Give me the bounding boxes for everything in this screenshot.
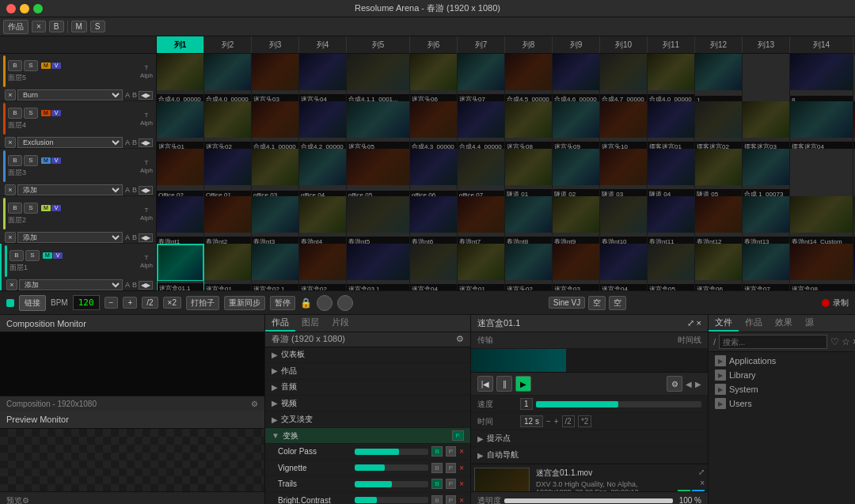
clip-4-5[interactable]: 迷宫盒04 <box>410 244 458 290</box>
clip-1-4[interactable]: 迷宫头05 <box>347 101 410 152</box>
col-header-8[interactable]: 列8 <box>505 36 553 53</box>
clip-3-4[interactable]: 春游nt5 <box>347 196 410 247</box>
layer-mute-0[interactable]: B <box>8 60 22 71</box>
brightcontrast-remove[interactable]: × <box>459 496 464 504</box>
empty-slot-1[interactable]: 空 <box>588 296 606 310</box>
clip-0-8[interactable]: 合成4.6_00000 <box>553 54 600 104</box>
layer-nav-2[interactable]: ◀▶ <box>139 186 153 195</box>
clip-3-1[interactable]: 春游nt2 <box>204 196 252 247</box>
play-btn[interactable]: ▶ <box>515 376 531 392</box>
colorpass-p[interactable]: P <box>446 446 456 457</box>
section-audio[interactable]: ▶ 音频 <box>265 380 470 396</box>
clip-0-4[interactable]: 合成4.1.1_0001... <box>347 54 410 104</box>
plus-button[interactable]: + <box>123 297 137 309</box>
clip-0-13[interactable]: 8 <box>790 54 853 104</box>
next-arrow[interactable]: ▶ <box>695 380 701 388</box>
clip-0-10[interactable]: 合成4.0_00000 <box>648 54 695 104</box>
clip-3-0[interactable]: 春游nt1 <box>157 196 204 247</box>
clip-2-2[interactable]: office 03 <box>252 149 299 199</box>
clip-4-7[interactable]: 迷宫头02 <box>505 244 553 290</box>
trails-remove[interactable]: × <box>459 479 464 488</box>
clip-0-11[interactable]: 1 <box>695 54 743 104</box>
clip-0-12[interactable] <box>743 54 790 104</box>
col-header-6[interactable]: 列6 <box>410 36 458 53</box>
clip-2-6[interactable]: office 07 <box>458 149 505 199</box>
layer-nav-3[interactable]: ◀▶ <box>139 233 153 242</box>
clip-2-3[interactable]: office 04 <box>299 149 347 199</box>
layer-mute-2[interactable]: B <box>8 155 22 166</box>
clip-1-2[interactable]: 合成4.1_00000 <box>252 101 299 152</box>
layer-mute-1[interactable]: B <box>8 108 22 119</box>
clip-4-0[interactable]: 迷宫盒01.1 <box>157 244 204 290</box>
minimize-button[interactable] <box>20 4 29 13</box>
clip-2-1[interactable]: Office 01 <box>204 149 252 199</box>
brightcontrast-bar[interactable] <box>355 497 428 503</box>
col-header-5[interactable]: 列5 <box>347 36 410 53</box>
tree-item-applications[interactable]: ▶ Applications <box>709 354 855 368</box>
clip-0-1[interactable]: 合成4.0_00000 <box>204 54 252 104</box>
clip-4-13[interactable]: 迷宫盒08 <box>790 244 853 290</box>
layer-solo-2[interactable]: S <box>24 155 38 166</box>
prev-btn[interactable]: |◀ <box>477 376 493 392</box>
layer-blend-2[interactable]: 添加 <box>17 184 123 195</box>
clip-2-0[interactable]: Office 02 <box>157 149 204 199</box>
section-dashboard[interactable]: ▶ 仪表板 <box>265 347 470 363</box>
col-header-2[interactable]: 列2 <box>204 36 252 53</box>
colorpass-remove[interactable]: × <box>459 447 464 456</box>
clip-3-13[interactable]: 春游nt14_Custom <box>790 196 853 247</box>
col-header-11[interactable]: 列11 <box>648 36 695 53</box>
heart-icon[interactable]: ♡ <box>830 336 839 347</box>
tree-item-system[interactable]: ▶ System <box>709 382 855 396</box>
clip-4-11[interactable]: 迷宫盒06 <box>695 244 743 290</box>
effect-colorpass[interactable]: Color Pass B P × <box>265 444 470 460</box>
b-button[interactable]: B <box>49 21 64 32</box>
search-input[interactable] <box>719 335 827 349</box>
clip-4-8[interactable]: 迷宫盒03 <box>553 244 600 290</box>
layer-blend-4[interactable]: 添加 <box>19 279 123 290</box>
undo-button[interactable] <box>317 295 332 311</box>
clip-2-5[interactable]: office 06 <box>410 149 458 199</box>
tree-item-library[interactable]: ▶ Library <box>709 368 855 382</box>
clip-3-5[interactable]: 春游nt6 <box>410 196 458 247</box>
minus-button[interactable]: − <box>104 297 119 309</box>
clip-3-8[interactable]: 春游nt9 <box>553 196 600 247</box>
clip-1-6[interactable]: 合成4.4_00000 <box>458 101 505 152</box>
close-icon-btn[interactable]: × <box>32 21 46 32</box>
col-header-13[interactable]: 列13 <box>743 36 790 53</box>
transparency-slider[interactable] <box>504 498 673 503</box>
play-pause-btn[interactable]: ‖ <box>496 376 512 392</box>
layer-solo-1[interactable]: S <box>24 108 38 119</box>
col-header-4[interactable]: 列4 <box>299 36 347 53</box>
section-crossfade[interactable]: ▶ 交叉淡变 <box>265 411 470 427</box>
clip-1-5[interactable]: 合成4.3_00000 <box>410 101 458 152</box>
clip-0-7[interactable]: 合成4.5_00000 <box>505 54 553 104</box>
tab-works-browser[interactable]: 作品 <box>739 315 769 332</box>
mul2-button[interactable]: ×2 <box>163 297 181 309</box>
tab-source[interactable]: 源 <box>799 315 820 332</box>
clip-4-3[interactable]: 迷宫盒02 <box>299 244 347 290</box>
clip-4-2[interactable]: 迷宫盒02.1 <box>252 244 299 290</box>
col-header-9[interactable]: 列9 <box>553 36 600 53</box>
time-div2[interactable]: /2 <box>562 415 575 427</box>
effect-brightcontrast[interactable]: Bright.Contrast B P × <box>265 493 470 504</box>
clip-0-5[interactable]: 迷宫头06 <box>410 54 458 104</box>
effect-vignette[interactable]: Vignette B P × <box>265 460 470 476</box>
layer-blend-0[interactable]: Burn <box>17 89 123 100</box>
layer-x-btn-1[interactable]: × <box>5 137 16 148</box>
star-icon[interactable]: ☆ <box>842 336 850 347</box>
close-button[interactable] <box>6 4 16 13</box>
vignette-b[interactable]: B <box>431 463 442 473</box>
clip-2-7[interactable]: 隧道 01 <box>505 149 553 199</box>
clip-close-icon[interactable]: × <box>697 318 701 328</box>
layer-solo-4[interactable]: S <box>25 250 40 261</box>
clip-1-13[interactable]: 摆客迷宫04 <box>790 101 853 152</box>
clip-expand-icon[interactable]: ⤢ <box>687 318 694 328</box>
clip-close-btn[interactable]: × <box>700 479 705 487</box>
menu-item-works[interactable]: 作品 <box>3 20 28 34</box>
speed-slider[interactable] <box>536 401 701 407</box>
composition-name[interactable]: Sine VJ <box>549 297 585 309</box>
col-header-14[interactable]: 列14 <box>790 36 853 53</box>
trails-b[interactable]: B <box>431 479 442 489</box>
clip-3-10[interactable]: 春游nt11 <box>648 196 695 247</box>
clip-4-12[interactable]: 迷宫盒07 <box>743 244 790 290</box>
